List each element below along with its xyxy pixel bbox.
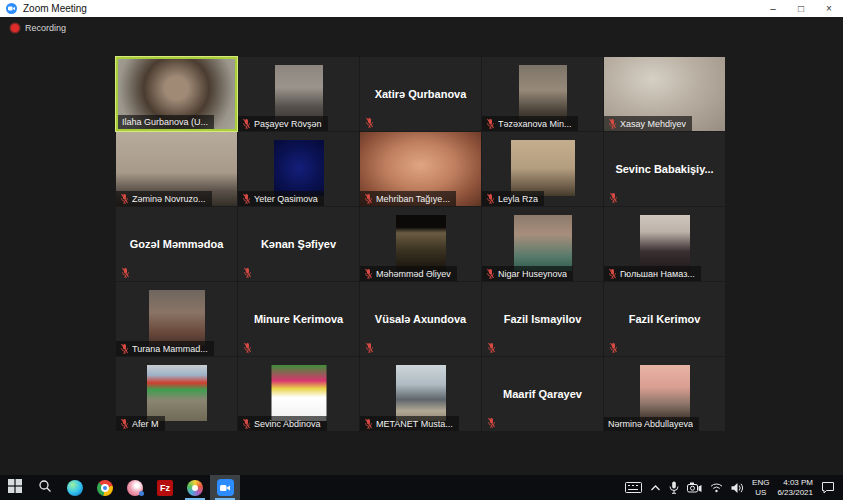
participant-name-badge <box>482 340 500 356</box>
zoom-meeting-window: Zoom Meeting – □ × Recording Ilaha Gurba… <box>0 0 843 500</box>
muted-mic-icon <box>242 193 251 204</box>
clock[interactable]: 4:03 PM 6/23/2021 <box>777 478 813 498</box>
muted-mic-icon <box>486 118 495 129</box>
action-center-icon[interactable] <box>821 481 835 494</box>
close-button[interactable]: × <box>815 0 843 17</box>
participant-name-label: Təzəxanova Min... <box>498 119 572 129</box>
participant-name-badge: Mehriban Tağıye... <box>360 191 456 206</box>
participant-video <box>514 215 572 271</box>
participant-tile[interactable]: Xasay Mehdiyev <box>604 57 725 131</box>
participant-tile[interactable]: Təzəxanova Min... <box>482 57 603 131</box>
participant-video <box>519 65 567 121</box>
participant-name-label: Turana Mammad... <box>132 344 208 354</box>
participant-tile[interactable]: Yeter Qasimova <box>238 132 359 206</box>
clock-date: 6/23/2021 <box>777 488 813 498</box>
taskbar-media-app-button[interactable] <box>120 475 150 500</box>
tray-microphone-icon[interactable] <box>669 481 679 494</box>
participant-center-name: Minure Kerimova <box>238 282 359 356</box>
participant-tile[interactable]: Nigar Huseynova <box>482 207 603 281</box>
participant-name-badge: Ilaha Gurbanova (U... <box>118 115 214 129</box>
taskbar-filezilla-button[interactable]: Fz <box>150 475 180 500</box>
participant-tile[interactable]: Vüsalə Axundova <box>360 282 481 356</box>
muted-mic-icon <box>364 193 373 204</box>
recording-label: Recording <box>25 23 66 33</box>
participant-video <box>640 215 690 271</box>
muted-mic-icon <box>120 193 129 204</box>
muted-mic-icon <box>364 268 373 279</box>
participant-video <box>640 365 690 421</box>
taskbar-search-button[interactable] <box>30 475 60 500</box>
language-bottom: US <box>752 488 769 498</box>
participant-tile[interactable]: Afer M <box>116 357 237 431</box>
taskbar-photoscape-button[interactable] <box>180 475 210 500</box>
participant-tile[interactable]: METANET Musta... <box>360 357 481 431</box>
tray-volume-icon[interactable] <box>731 482 744 494</box>
participant-tile[interactable]: Sevinc Abdinova <box>238 357 359 431</box>
participant-name-label: Paşayev Rövşən <box>254 119 322 129</box>
muted-mic-icon <box>364 418 373 429</box>
language-top: ENG <box>752 478 769 488</box>
participant-name-label: Afer M <box>132 419 159 429</box>
clock-time: 4:03 PM <box>777 478 813 488</box>
edge-icon <box>67 480 83 496</box>
tray-chevron-up-icon[interactable] <box>650 484 661 492</box>
participant-name-label: Sevinc Abdinova <box>254 419 321 429</box>
participant-tile[interactable]: Turana Mammad... <box>116 282 237 356</box>
participant-tile[interactable]: Sevinc Babakişiy... <box>604 132 725 206</box>
muted-mic-icon <box>486 193 495 204</box>
participant-name-badge <box>604 340 622 356</box>
participant-tile[interactable]: Gozəl Məmmədoa <box>116 207 237 281</box>
participant-tile[interactable]: Kənan Şəfiyev <box>238 207 359 281</box>
participant-name-badge: Sevinc Abdinova <box>238 416 327 431</box>
participant-name-badge: Məhəmməd Əliyev <box>360 266 457 281</box>
participant-tile[interactable]: Fazil Kerimov <box>604 282 725 356</box>
participant-tile[interactable]: Leyla Rza <box>482 132 603 206</box>
participant-name-badge: Гюльшан Намаз... <box>604 266 701 281</box>
participant-name-badge: Yeter Qasimova <box>238 191 324 206</box>
participant-name-label: Mehriban Tağıye... <box>376 194 450 204</box>
windows-logo-icon <box>8 479 22 497</box>
muted-mic-icon <box>243 342 252 353</box>
taskbar-zoom-button[interactable] <box>210 475 240 500</box>
participant-video <box>271 365 326 421</box>
participant-tile[interactable]: Гюльшан Намаз... <box>604 207 725 281</box>
tray-network-icon[interactable] <box>710 482 723 493</box>
participant-tile[interactable]: Xatirə Qurbanova <box>360 57 481 131</box>
participant-video <box>511 140 575 196</box>
participant-tile[interactable]: Zəminə Novruzo... <box>116 132 237 206</box>
start-button[interactable] <box>0 475 30 500</box>
tray-touch-keyboard-icon[interactable] <box>625 481 642 494</box>
participant-center-name: Kənan Şəfiyev <box>238 207 359 281</box>
muted-mic-icon <box>608 268 617 279</box>
participant-video <box>274 140 324 196</box>
participant-tile[interactable]: Məhəmməd Əliyev <box>360 207 481 281</box>
participant-name-label: Гюльшан Намаз... <box>620 269 695 279</box>
participant-tile[interactable]: Nərminə Abdullayeva <box>604 357 725 431</box>
participant-tile[interactable]: Mehriban Tağıye... <box>360 132 481 206</box>
participant-name-badge <box>116 265 134 281</box>
participant-center-name: Fazil Kerimov <box>604 282 725 356</box>
maximize-button[interactable]: □ <box>787 0 815 17</box>
participant-name-badge: Paşayev Rövşən <box>238 116 328 131</box>
taskbar-edge-button[interactable] <box>60 475 90 500</box>
participant-tile[interactable]: Fazil Ismayilov <box>482 282 603 356</box>
participant-tile[interactable]: Minure Kerimova <box>238 282 359 356</box>
participant-tile[interactable]: Paşayev Rövşən <box>238 57 359 131</box>
tray-camera-icon[interactable] <box>687 482 702 493</box>
participant-tile[interactable]: Maarif Qarayev <box>482 357 603 431</box>
participant-name-label: Zəminə Novruzo... <box>132 194 206 204</box>
language-indicator[interactable]: ENG US <box>752 478 769 498</box>
taskbar-chrome-button[interactable] <box>90 475 120 500</box>
participant-name-badge: METANET Musta... <box>360 416 459 431</box>
muted-mic-icon <box>486 268 495 279</box>
participant-name-label: Ilaha Gurbanova (U... <box>122 117 208 127</box>
participant-name-label: Məhəmməd Əliyev <box>376 269 451 279</box>
window-controls: – □ × <box>759 0 843 17</box>
participant-name-badge: Leyla Rza <box>482 191 544 206</box>
participant-center-name: Fazil Ismayilov <box>482 282 603 356</box>
participant-video <box>147 365 207 421</box>
participant-center-name: Gozəl Məmmədoa <box>116 207 237 281</box>
participant-tile[interactable]: Ilaha Gurbanova (U... <box>116 57 237 131</box>
minimize-button[interactable]: – <box>759 0 787 17</box>
filezilla-icon: Fz <box>157 480 173 496</box>
